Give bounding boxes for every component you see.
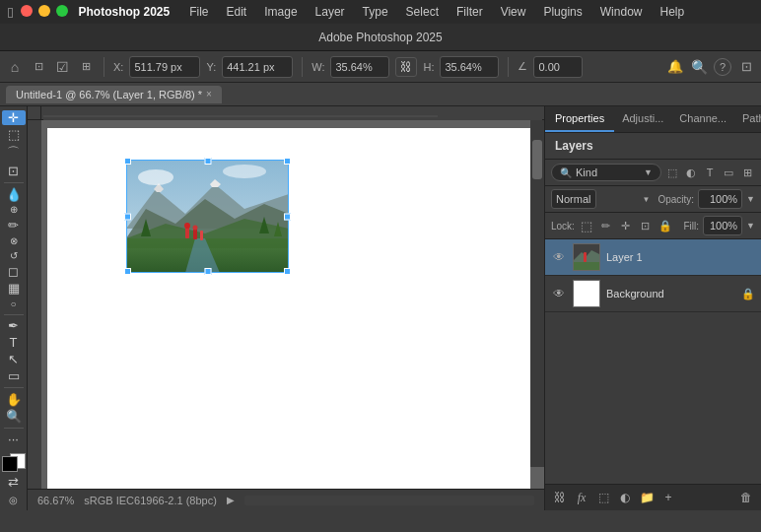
lock-fill-bar: Lock: ⬚ ✏ ✛ ⊡ 🔒 Fill: ▼: [545, 213, 761, 239]
lock-all-icon[interactable]: 🔒: [657, 218, 673, 233]
transform-select-icon[interactable]: ⊡: [30, 58, 47, 76]
fill-dropdown-arrow[interactable]: ▼: [746, 221, 755, 231]
horizontal-ruler: [41, 106, 544, 120]
checkbox-icon[interactable]: ☑: [53, 58, 71, 76]
new-layer-button[interactable]: +: [659, 489, 677, 506]
tab-properties[interactable]: Properties: [545, 106, 614, 132]
w-field[interactable]: [330, 56, 389, 78]
y-field[interactable]: [222, 56, 293, 78]
menu-edit[interactable]: Edit: [219, 3, 255, 21]
home-icon[interactable]: ⌂: [6, 58, 24, 76]
selection-tool[interactable]: ⬚: [2, 127, 26, 142]
dodge-tool[interactable]: ○: [2, 298, 26, 310]
add-mask-button[interactable]: ⬚: [594, 489, 612, 506]
lock-brush-icon[interactable]: ✏: [598, 218, 614, 233]
help-icon[interactable]: ?: [714, 58, 731, 76]
type-tool[interactable]: T: [2, 335, 26, 350]
history-brush-tool[interactable]: ↺: [2, 249, 26, 262]
filter-shape-icon[interactable]: ▭: [721, 165, 736, 180]
blend-mode-select[interactable]: Normal: [551, 189, 596, 209]
apple-logo-icon: : [8, 4, 13, 21]
layer-visibility-icon-background[interactable]: 👁: [551, 286, 567, 301]
more-tools[interactable]: ···: [2, 432, 26, 446]
clone-tool[interactable]: ⊗: [2, 234, 26, 247]
canvas-surface: [47, 128, 530, 489]
tab-adjustments[interactable]: Adjusti...: [614, 106, 671, 132]
foreground-color-swatch[interactable]: [2, 456, 18, 472]
filter-type-icons: ⬚ ◐ T ▭ ⊞: [664, 165, 755, 180]
move-tool[interactable]: ✛: [2, 110, 26, 125]
create-folder-button[interactable]: 📁: [638, 489, 656, 506]
menu-help[interactable]: Help: [652, 3, 692, 21]
delete-layer-button[interactable]: 🗑: [737, 489, 755, 506]
opacity-field[interactable]: [698, 189, 742, 209]
status-bar: 66.67% sRGB IEC61966-2.1 (8bpc) ▶: [28, 489, 544, 510]
gradient-tool[interactable]: ▦: [2, 281, 26, 296]
svg-rect-15: [200, 231, 203, 240]
tab-paths[interactable]: Paths: [734, 106, 761, 132]
menu-type[interactable]: Type: [355, 3, 396, 21]
x-field[interactable]: [129, 56, 200, 78]
eyedropper-tool[interactable]: 💧: [2, 187, 26, 202]
minimize-window-button[interactable]: [38, 5, 50, 17]
tab-channels[interactable]: Channe...: [671, 106, 734, 132]
lock-transparent-icon[interactable]: ⬚: [579, 218, 594, 233]
menu-filter[interactable]: Filter: [449, 3, 491, 21]
layer-transform-container[interactable]: [126, 160, 289, 273]
layer-visibility-icon-layer1[interactable]: 👁: [551, 249, 567, 265]
swap-colors-icon[interactable]: ⇄: [2, 475, 26, 490]
lock-move-icon[interactable]: ✛: [618, 218, 634, 233]
svg-rect-0: [43, 106, 542, 120]
menu-image[interactable]: Image: [256, 3, 305, 21]
menu-file[interactable]: File: [181, 3, 216, 21]
crop-tool[interactable]: ⊡: [2, 164, 26, 178]
shape-tool[interactable]: ▭: [2, 368, 26, 383]
document-tab[interactable]: Untitled-1 @ 66.7% (Layer 1, RGB/8) * ×: [6, 86, 222, 103]
titlebar: Adobe Photoshop 2025: [0, 24, 761, 51]
fill-field[interactable]: [703, 216, 742, 235]
kind-filter-dropdown[interactable]: 🔍 Kind ▼: [551, 164, 661, 181]
tab-close-button[interactable]: ×: [206, 89, 212, 100]
status-arrow[interactable]: ▶: [227, 495, 235, 505]
arrange-icon[interactable]: ⊡: [737, 58, 755, 76]
zoom-tool[interactable]: 🔍: [2, 409, 26, 424]
notification-icon[interactable]: 🔔: [666, 58, 684, 76]
menu-window[interactable]: Window: [592, 3, 651, 21]
vertical-scrollbar-thumb[interactable]: [532, 140, 542, 179]
filter-adjustment-icon[interactable]: ◐: [683, 165, 699, 180]
hand-tool[interactable]: ✋: [2, 392, 26, 407]
quick-mask-button[interactable]: ◎: [2, 494, 26, 506]
menu-view[interactable]: View: [493, 3, 534, 21]
svg-point-20: [223, 165, 266, 178]
layer-row-layer1[interactable]: 👁 Layer 1: [545, 239, 761, 276]
maximize-window-button[interactable]: [56, 5, 68, 17]
filter-smart-icon[interactable]: ⊞: [739, 165, 755, 180]
eraser-tool[interactable]: ◻: [2, 264, 26, 279]
layer-row-background[interactable]: 👁 Background 🔒: [545, 276, 761, 312]
menu-select[interactable]: Select: [398, 3, 447, 21]
lasso-tool[interactable]: ⌒: [2, 144, 26, 162]
canvas-viewport[interactable]: [41, 120, 544, 489]
add-adjustment-button[interactable]: ◐: [616, 489, 634, 506]
menu-plugins[interactable]: Plugins: [535, 3, 589, 21]
lock-artboard-icon[interactable]: ⊡: [638, 218, 654, 233]
brush-tool[interactable]: ✏: [2, 218, 26, 233]
color-swatches[interactable]: [2, 456, 26, 469]
h-field[interactable]: [440, 56, 499, 78]
grid-icon[interactable]: ⊞: [77, 58, 95, 76]
filter-pixel-icon[interactable]: ⬚: [664, 165, 680, 180]
close-window-button[interactable]: [21, 5, 33, 17]
opacity-dropdown-arrow[interactable]: ▼: [746, 194, 755, 204]
fx-button[interactable]: fx: [573, 489, 590, 506]
vertical-scrollbar[interactable]: [530, 120, 544, 467]
link-layers-button[interactable]: ⛓: [551, 489, 569, 506]
path-selection-tool[interactable]: ↖: [2, 352, 26, 366]
healing-tool[interactable]: ⊕: [2, 204, 26, 217]
search-icon[interactable]: 🔍: [690, 58, 708, 76]
pen-tool[interactable]: ✒: [2, 318, 26, 333]
lock-label: Lock:: [551, 221, 575, 232]
angle-field[interactable]: [533, 56, 583, 78]
link-proportions-button[interactable]: ⛓: [395, 57, 417, 77]
menu-layer[interactable]: Layer: [308, 3, 353, 21]
filter-type-icon[interactable]: T: [702, 165, 718, 180]
